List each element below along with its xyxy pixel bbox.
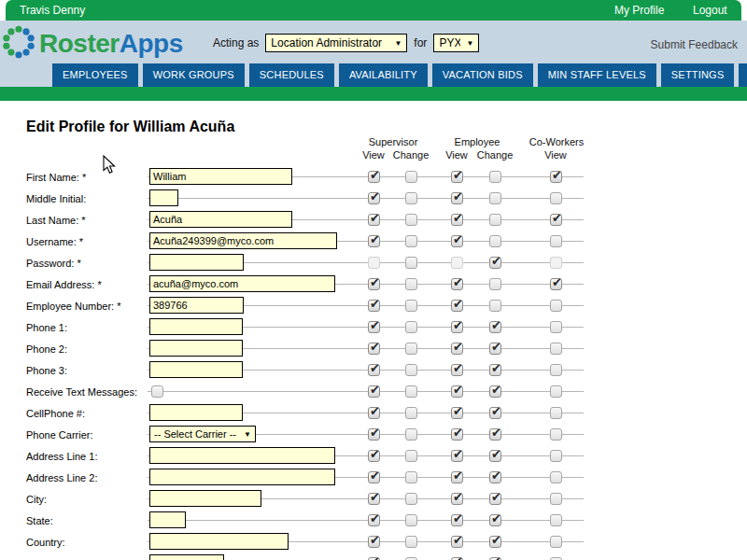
city-input[interactable] [149,490,261,507]
tab-reports[interactable]: REPORTS [739,63,747,87]
employee-change-checkbox[interactable] [489,235,501,247]
employee-change-checkbox[interactable] [489,364,501,376]
employee-change-checkbox[interactable] [489,192,501,204]
first-name-input[interactable] [149,168,292,185]
supervisor-change-checkbox[interactable] [405,321,417,333]
supervisor-view-checkbox[interactable] [368,385,380,398]
tab-min-staff-levels[interactable]: MIN STAFF LEVELS [538,63,656,87]
employee-view-checkbox[interactable] [451,343,463,355]
coworkers-view-checkbox[interactable] [550,300,562,312]
employee-change-checkbox[interactable] [489,257,501,269]
tab-settings[interactable]: SETTINGS [661,63,735,87]
supervisor-view-checkbox[interactable] [368,536,380,548]
supervisor-view-checkbox[interactable] [368,300,380,312]
employee-change-checkbox[interactable] [489,428,501,441]
address-line-1-input[interactable] [149,447,335,464]
tab-vacation-bids[interactable]: VACATION BIDS [432,63,533,87]
employee-change-checkbox[interactable] [489,471,501,483]
phone-2-input[interactable] [149,340,243,357]
employee-view-checkbox[interactable] [451,364,463,376]
coworkers-view-checkbox[interactable] [550,450,562,462]
employee-change-checkbox[interactable] [489,450,501,462]
tab-schedules[interactable]: SCHEDULES [249,63,334,87]
tab-employees[interactable]: EMPLOYEES [52,63,138,87]
employee-view-checkbox[interactable] [451,171,463,183]
phone-carrier-select[interactable]: -- Select Carrier -- [149,426,256,442]
employee-view-checkbox[interactable] [451,321,463,333]
coworkers-view-checkbox[interactable] [550,343,562,355]
supervisor-change-checkbox[interactable] [405,536,417,548]
coworkers-view-checkbox[interactable] [550,192,562,204]
supervisor-view-checkbox[interactable] [368,343,380,355]
tab-availability[interactable]: AVAILABILITY [339,63,428,87]
coworkers-view-checkbox[interactable] [550,385,562,398]
supervisor-view-checkbox[interactable] [368,321,380,333]
employee-view-checkbox[interactable] [451,192,463,204]
supervisor-view-checkbox[interactable] [368,407,380,419]
supervisor-change-checkbox[interactable] [405,385,417,398]
supervisor-change-checkbox[interactable] [405,278,417,290]
employee-view-checkbox[interactable] [451,385,463,398]
employee-view-checkbox[interactable] [451,471,463,483]
employee-view-checkbox[interactable] [451,407,463,419]
state-input[interactable] [149,511,186,528]
supervisor-change-checkbox[interactable] [405,514,417,526]
supervisor-change-checkbox[interactable] [405,214,417,226]
employee-view-checkbox[interactable] [451,514,463,526]
phone-1-input[interactable] [149,318,243,335]
location-select[interactable]: PYX [433,34,479,52]
cellphone-input[interactable] [149,404,243,421]
employee-change-checkbox[interactable] [489,407,501,419]
supervisor-change-checkbox[interactable] [405,257,417,269]
coworkers-view-checkbox[interactable] [550,471,562,483]
supervisor-view-checkbox[interactable] [368,214,380,226]
coworkers-view-checkbox[interactable] [550,278,562,290]
coworkers-view-checkbox[interactable] [550,235,562,247]
supervisor-change-checkbox[interactable] [405,343,417,355]
supervisor-change-checkbox[interactable] [405,192,417,204]
employee-change-checkbox[interactable] [489,278,501,290]
employee-view-checkbox[interactable] [451,450,463,462]
supervisor-change-checkbox[interactable] [405,428,417,441]
coworkers-view-checkbox[interactable] [550,321,562,333]
employee-change-checkbox[interactable] [489,536,501,548]
supervisor-view-checkbox[interactable] [368,171,380,183]
coworkers-view-checkbox[interactable] [550,214,562,226]
my-profile-link[interactable]: My Profile [614,4,664,17]
supervisor-view-checkbox[interactable] [368,493,380,505]
middle-initial-input[interactable] [149,189,178,206]
supervisor-view-checkbox[interactable] [368,428,380,441]
employee-number-input[interactable] [149,297,244,314]
coworkers-view-checkbox[interactable] [550,493,562,505]
coworkers-view-checkbox[interactable] [550,407,562,419]
employee-change-checkbox[interactable] [489,214,501,226]
supervisor-change-checkbox[interactable] [405,364,417,376]
phone-3-input[interactable] [149,361,243,378]
coworkers-view-checkbox[interactable] [550,171,562,183]
supervisor-view-checkbox[interactable] [368,235,380,247]
employee-change-checkbox[interactable] [489,493,501,505]
employee-view-checkbox[interactable] [451,278,463,290]
employee-change-checkbox[interactable] [489,343,501,355]
tab-work-groups[interactable]: WORK GROUPS [143,63,245,87]
employee-view-checkbox[interactable] [451,536,463,548]
coworkers-view-checkbox[interactable] [550,536,562,548]
coworkers-view-checkbox[interactable] [550,364,562,376]
employee-view-checkbox[interactable] [451,214,463,226]
employee-change-checkbox[interactable] [489,385,501,398]
logout-link[interactable]: Logout [693,4,727,17]
coworkers-view-checkbox[interactable] [550,514,562,526]
employee-view-checkbox[interactable] [451,428,463,441]
supervisor-change-checkbox[interactable] [405,171,417,183]
supervisor-view-checkbox[interactable] [368,364,380,376]
supervisor-view-checkbox[interactable] [368,192,380,204]
supervisor-change-checkbox[interactable] [405,300,417,312]
employee-change-checkbox[interactable] [489,300,501,312]
submit-feedback-link[interactable]: Submit Feedback [651,38,738,51]
supervisor-change-checkbox[interactable] [405,450,417,462]
employee-change-checkbox[interactable] [489,321,501,333]
address-line-2-input[interactable] [149,469,335,485]
employee-view-checkbox[interactable] [451,300,463,312]
supervisor-view-checkbox[interactable] [368,471,380,483]
employee-change-checkbox[interactable] [489,171,501,183]
